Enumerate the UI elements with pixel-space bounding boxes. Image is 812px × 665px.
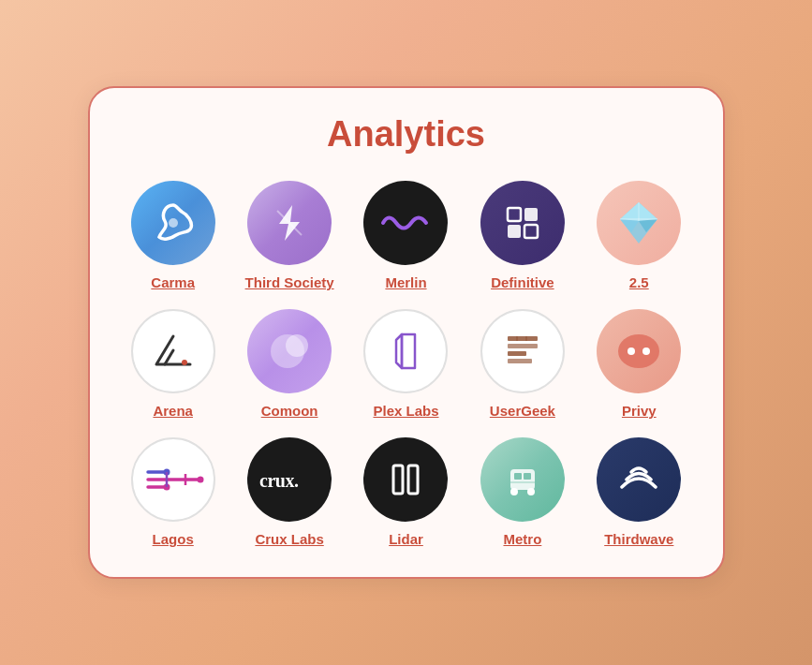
app-icon-thirdwave <box>597 437 681 522</box>
svg-rect-36 <box>408 466 418 494</box>
app-icon-25 <box>597 181 681 265</box>
svg-line-13 <box>165 350 173 364</box>
app-label-lidar: Lidar <box>389 531 423 547</box>
svg-rect-6 <box>524 225 538 238</box>
app-grid: Carma Third Society Merlin <box>120 181 693 547</box>
svg-point-30 <box>197 477 203 483</box>
app-icon-third-society <box>247 181 332 265</box>
app-label-25: 2.5 <box>629 274 649 290</box>
svg-point-16 <box>286 334 308 357</box>
app-label-usergeek: UserGeek <box>490 403 555 419</box>
app-label-arena: Arena <box>153 403 193 419</box>
app-label-carma: Carma <box>151 274 195 290</box>
app-item-lidar[interactable]: Lidar <box>352 437 459 547</box>
app-icon-privy <box>597 309 681 393</box>
app-item-privy[interactable]: Privy <box>585 309 692 419</box>
app-label-comoon: Comoon <box>261 403 318 419</box>
svg-point-24 <box>627 347 635 355</box>
page-title: Analytics <box>120 114 693 155</box>
app-icon-usergeek <box>480 309 565 393</box>
app-label-lagos: Lagos <box>153 531 194 547</box>
app-item-usergeek[interactable]: UserGeek <box>469 309 576 419</box>
app-item-25[interactable]: 2.5 <box>585 181 692 290</box>
app-item-lagos[interactable]: Lagos <box>120 437 227 547</box>
app-icon-arena <box>131 309 215 393</box>
svg-rect-18 <box>508 344 538 348</box>
app-label-plex-labs: Plex Labs <box>373 403 438 419</box>
app-label-definitive: Definitive <box>491 274 554 290</box>
app-item-comoon[interactable]: Comoon <box>236 309 343 419</box>
app-icon-lidar <box>363 437 448 522</box>
app-icon-carma <box>131 181 215 265</box>
svg-point-0 <box>169 218 178 228</box>
svg-rect-39 <box>524 473 531 480</box>
svg-rect-35 <box>393 466 403 494</box>
app-icon-comoon <box>247 309 332 393</box>
app-item-carma[interactable]: Carma <box>120 181 227 290</box>
app-item-metro[interactable]: Metro <box>469 437 576 547</box>
app-item-plex-labs[interactable]: Plex Labs <box>352 309 459 419</box>
app-item-crux-labs[interactable]: crux. Crux Labs <box>236 437 343 547</box>
app-label-merlin: Merlin <box>385 274 426 290</box>
app-icon-merlin <box>363 181 448 265</box>
svg-text:crux.: crux. <box>259 470 299 491</box>
svg-rect-3 <box>508 208 521 221</box>
svg-point-25 <box>642 347 650 355</box>
app-label-third-society: Third Society <box>245 274 334 290</box>
analytics-card: Analytics Carma Third Society <box>88 86 725 579</box>
svg-point-23 <box>618 334 659 368</box>
app-label-privy: Privy <box>622 403 657 419</box>
svg-rect-4 <box>524 208 538 221</box>
app-item-arena[interactable]: Arena <box>120 309 227 419</box>
app-item-thirdwave[interactable]: Thirdwave <box>585 437 692 547</box>
svg-rect-19 <box>508 351 526 356</box>
svg-point-14 <box>182 360 187 365</box>
app-icon-plex-labs <box>363 309 448 393</box>
svg-rect-38 <box>514 473 522 480</box>
svg-rect-20 <box>508 359 532 363</box>
app-label-metro: Metro <box>503 531 541 547</box>
app-icon-crux-labs: crux. <box>247 437 332 522</box>
svg-point-41 <box>527 488 535 495</box>
svg-point-40 <box>510 488 518 495</box>
app-icon-definitive <box>480 181 565 265</box>
app-icon-metro <box>480 437 565 522</box>
app-icon-lagos <box>131 437 215 522</box>
svg-rect-5 <box>508 225 521 238</box>
svg-rect-17 <box>508 336 538 341</box>
app-item-definitive[interactable]: Definitive <box>469 181 576 290</box>
svg-rect-37 <box>510 469 535 490</box>
app-label-crux-labs: Crux Labs <box>255 531 323 547</box>
app-item-merlin[interactable]: Merlin <box>352 181 459 290</box>
app-item-third-society[interactable]: Third Society <box>236 181 343 290</box>
app-label-thirdwave: Thirdwave <box>604 531 673 547</box>
